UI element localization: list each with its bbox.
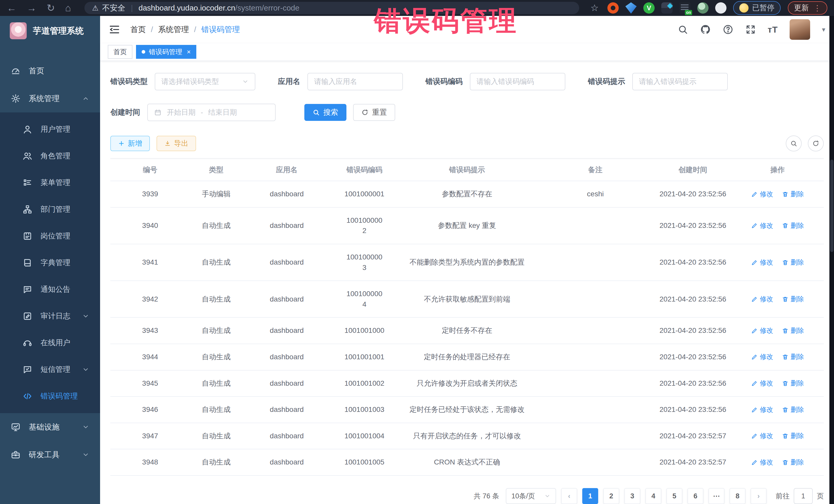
- extension-orange-icon[interactable]: [608, 2, 619, 14]
- sidebar-item-notice-mgmt[interactable]: 通知公告: [0, 276, 100, 303]
- window-scrollbar[interactable]: [829, 16, 834, 504]
- sidebar-item-user-mgmt[interactable]: 用户管理: [0, 116, 100, 143]
- sidebar-item-dev-tools[interactable]: 研发工具: [0, 441, 100, 468]
- extension-puzzle-icon[interactable]: [715, 2, 726, 14]
- refresh-table-button[interactable]: [808, 135, 824, 151]
- edit-link[interactable]: 修改: [751, 458, 773, 467]
- browser-forward-icon[interactable]: →: [27, 0, 37, 16]
- sidebar-item-post-mgmt[interactable]: 岗位管理: [0, 223, 100, 249]
- delete-link[interactable]: 删除: [782, 378, 804, 388]
- page-button-1[interactable]: 1: [582, 488, 598, 504]
- prev-page-button[interactable]: ‹: [561, 488, 577, 504]
- reset-button[interactable]: 重置: [353, 104, 395, 121]
- sidebar-logo[interactable]: 芋道管理系统: [0, 16, 100, 46]
- cell-id: 3940: [110, 207, 190, 244]
- delete-link[interactable]: 删除: [782, 352, 804, 362]
- sidebar-item-dict-mgmt[interactable]: 字典管理: [0, 249, 100, 276]
- sidebar-item-infrastructure[interactable]: 基础设施: [0, 413, 100, 441]
- sidebar-item-error-code[interactable]: 错误码管理: [0, 383, 100, 410]
- error-type-select[interactable]: 请选择错误码类型: [155, 73, 255, 90]
- page-button-6[interactable]: 6: [687, 488, 703, 504]
- sidebar-item-dept-mgmt[interactable]: 部门管理: [0, 196, 100, 223]
- sidebar-item-sms-mgmt[interactable]: 短信管理: [0, 356, 100, 383]
- user-avatar[interactable]: [790, 19, 810, 40]
- page-size-select[interactable]: 10条/页: [506, 488, 556, 504]
- error-hint-input[interactable]: [632, 73, 728, 90]
- goto-unit-label: 页: [817, 491, 824, 501]
- edit-link[interactable]: 修改: [751, 258, 773, 267]
- avatar-caret-icon[interactable]: ▾: [822, 26, 825, 34]
- dev-tools-icon: [11, 450, 21, 460]
- filter-label: 创建时间: [110, 107, 140, 117]
- paused-badge[interactable]: 已暂停: [733, 1, 781, 15]
- sidebar-item-online-users[interactable]: 在线用户: [0, 329, 100, 356]
- error-code-input[interactable]: [470, 73, 565, 90]
- cell-memo: [536, 244, 654, 281]
- github-icon[interactable]: [700, 24, 711, 35]
- delete-link[interactable]: 删除: [782, 405, 804, 415]
- browser-home-icon[interactable]: ⌂: [65, 0, 71, 16]
- edit-link[interactable]: 修改: [751, 190, 773, 199]
- browser-update-button[interactable]: 更新 ⋮: [788, 1, 827, 15]
- edit-link[interactable]: 修改: [751, 352, 773, 362]
- sidebar-item-role-mgmt[interactable]: 角色管理: [0, 143, 100, 169]
- close-icon[interactable]: ×: [187, 48, 191, 56]
- help-icon[interactable]: [723, 24, 733, 35]
- date-range-picker[interactable]: 开始日期 - 结束日期: [147, 104, 276, 121]
- sidebar-item-system[interactable]: 系统管理: [0, 85, 100, 112]
- table-row: 3944 自动生成 dashboard 1001001001 定时任务的处理器已…: [110, 344, 824, 371]
- delete-link[interactable]: 删除: [782, 458, 804, 467]
- sidebar-item-audit-log[interactable]: 审计日志: [0, 303, 100, 329]
- hamburger-icon[interactable]: [109, 24, 120, 35]
- scrollbar-thumb[interactable]: [830, 160, 833, 252]
- sidebar-item-menu-mgmt[interactable]: 菜单管理: [0, 169, 100, 196]
- goto-page-input[interactable]: [794, 488, 813, 504]
- font-size-icon[interactable]: тT: [768, 25, 778, 35]
- breadcrumb-home[interactable]: 首页: [130, 24, 146, 35]
- edit-link[interactable]: 修改: [751, 431, 773, 441]
- browser-menu-icon[interactable]: ⋮: [813, 4, 821, 13]
- tag-error-code[interactable]: 错误码管理 ×: [136, 45, 196, 59]
- cell-type: 自动生成: [190, 344, 242, 370]
- page-button-3[interactable]: 3: [624, 488, 640, 504]
- sidebar-item-home[interactable]: 首页: [0, 57, 100, 85]
- edit-link[interactable]: 修改: [751, 405, 773, 415]
- sidebar-item-label: 菜单管理: [41, 178, 70, 188]
- page-button-8[interactable]: 8: [729, 488, 745, 504]
- browser-back-icon[interactable]: ←: [7, 0, 17, 16]
- next-page-button[interactable]: ›: [751, 488, 767, 504]
- delete-link[interactable]: 删除: [782, 294, 804, 304]
- bookmark-star-icon[interactable]: ☆: [591, 3, 599, 13]
- export-button[interactable]: 导出: [156, 136, 196, 151]
- edit-link[interactable]: 修改: [751, 294, 773, 304]
- fullscreen-icon[interactable]: [745, 24, 756, 35]
- more-pages-button[interactable]: ⋯: [708, 488, 724, 504]
- edit-link[interactable]: 修改: [751, 378, 773, 388]
- extension-green-v-icon[interactable]: V: [643, 2, 655, 14]
- page-button-4[interactable]: 4: [645, 488, 661, 504]
- id-badge-icon: [23, 231, 32, 241]
- extension-gem-icon[interactable]: [626, 2, 637, 14]
- search-icon[interactable]: [678, 24, 688, 35]
- delete-link[interactable]: 删除: [782, 221, 804, 231]
- tag-home[interactable]: 首页: [108, 45, 132, 59]
- delete-link[interactable]: 删除: [782, 258, 804, 267]
- extension-key-icon[interactable]: [697, 2, 708, 14]
- delete-link[interactable]: 删除: [782, 190, 804, 199]
- search-button[interactable]: 搜索: [304, 104, 347, 121]
- delete-link[interactable]: 删除: [782, 431, 804, 441]
- toggle-search-button[interactable]: [786, 135, 802, 151]
- extension-switch-icon[interactable]: on: [679, 2, 690, 14]
- add-button[interactable]: 新增: [110, 136, 150, 151]
- browser-reload-icon[interactable]: ↻: [47, 0, 55, 16]
- page-button-2[interactable]: 2: [603, 488, 619, 504]
- column-header: 创建时间: [654, 159, 731, 181]
- page-button-5[interactable]: 5: [666, 488, 682, 504]
- update-label: 更新: [794, 3, 809, 13]
- extension-squares-icon[interactable]: [661, 2, 673, 14]
- edit-link[interactable]: 修改: [751, 221, 773, 231]
- app-name-input[interactable]: [307, 73, 403, 90]
- delete-link[interactable]: 删除: [782, 326, 804, 336]
- edit-link[interactable]: 修改: [751, 326, 773, 336]
- breadcrumb-system[interactable]: 系统管理: [158, 24, 189, 35]
